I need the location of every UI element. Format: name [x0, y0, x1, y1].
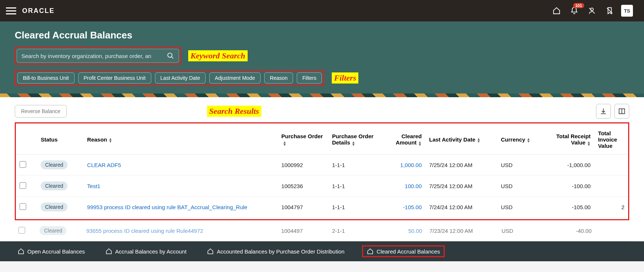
reason-link[interactable]: 99953 process ID cleared using rule BAT_…	[87, 204, 247, 210]
po-cell: 1005236	[278, 176, 328, 197]
home-icon	[18, 248, 24, 255]
table-row: Cleared 99953 process ID cleared using r…	[16, 197, 628, 218]
col-status: Status	[37, 125, 83, 154]
status-badge: Cleared	[41, 203, 68, 211]
home-icon	[367, 248, 373, 255]
row-checkbox[interactable]	[20, 203, 26, 210]
pod-cell: 1-1-1	[328, 154, 379, 176]
bottom-nav: Open Accrual Balances Accrual Balances b…	[0, 241, 644, 261]
avatar[interactable]: TS	[621, 5, 633, 17]
filter-chip-profit-center[interactable]: Profit Center Business Unit	[78, 72, 151, 84]
invoice-cell	[594, 154, 628, 176]
filter-chip-last-activity[interactable]: Last Activity Date	[155, 72, 206, 84]
receipt-cell: -105.00	[544, 197, 594, 218]
status-badge: Cleared	[41, 181, 68, 190]
filter-chip-adjustment-mode[interactable]: Adjustment Mode	[209, 72, 261, 84]
po-cell: 1004497	[278, 220, 328, 241]
col-receipt[interactable]: Total Receipt Value	[544, 125, 594, 154]
download-button[interactable]	[596, 104, 611, 119]
sort-icon[interactable]	[109, 137, 112, 143]
reason-link[interactable]: 93655 process ID cleared using rule Rule…	[86, 228, 203, 234]
nav-label: Accounted Balances by Purchase Order Dis…	[217, 248, 344, 255]
table-row: Cleared 93655 process ID cleared using r…	[15, 220, 629, 241]
po-cell: 1004797	[278, 197, 328, 218]
results-table: Status Reason Purchase Order Purchase Or…	[16, 125, 628, 218]
page-title: Cleared Accrual Balances	[15, 30, 629, 41]
content-area: Reverse Balance Search Results Status Re…	[0, 97, 644, 241]
col-last[interactable]: Last Activity Date	[426, 125, 497, 154]
nav-open-accrual[interactable]: Open Accrual Balances	[15, 246, 88, 257]
col-invoice: Total Invoice Value	[594, 125, 628, 154]
currency-cell: USD	[497, 176, 544, 197]
annotation-filters: Filters	[332, 72, 358, 84]
last-activity-cell: 7/23/24 12:00 AM	[426, 220, 498, 241]
bookmark-off-icon[interactable]	[603, 4, 616, 17]
global-header: ORACLE 101 TS	[0, 0, 644, 21]
page-hero: Cleared Accrual Balances Keyword Search …	[0, 21, 644, 94]
filter-chip-filters[interactable]: Filters	[297, 72, 322, 84]
row-checkbox[interactable]	[20, 161, 26, 168]
menu-icon[interactable]	[6, 6, 16, 16]
columns-button[interactable]	[614, 104, 629, 119]
search-box[interactable]	[17, 49, 179, 63]
annotation-search-results: Search Results	[207, 106, 261, 117]
user-off-icon[interactable]	[586, 4, 598, 17]
cleared-link[interactable]: -105.00	[403, 204, 422, 210]
col-cleared[interactable]: Cleared Amount	[379, 125, 426, 154]
cleared-link[interactable]: 1,000.00	[400, 162, 421, 168]
reason-link[interactable]: CLEAR ADF5	[87, 162, 121, 168]
receipt-cell: -1,000.00	[544, 154, 594, 176]
decorative-stripe	[0, 94, 644, 97]
home-icon[interactable]	[550, 4, 563, 17]
search-icon[interactable]	[167, 52, 174, 59]
cleared-link[interactable]: 100.00	[405, 183, 422, 189]
nav-label: Cleared Accrual Balances	[376, 248, 440, 255]
reverse-balance-button[interactable]: Reverse Balance	[15, 105, 67, 118]
last-activity-cell: 7/25/24 12:00 AM	[426, 154, 497, 176]
search-input[interactable]	[21, 53, 167, 59]
receipt-cell: -40.00	[544, 220, 595, 241]
filter-chip-bill-to[interactable]: Bill-to Business Unit	[17, 72, 75, 84]
sort-icon[interactable]	[418, 141, 422, 146]
nav-accounted-by-po[interactable]: Accounted Balances by Purchase Order Dis…	[204, 246, 347, 257]
row-checkbox[interactable]	[18, 227, 25, 234]
table-row: Cleared CLEAR ADF5 1000992 1-1-1 1,000.0…	[16, 154, 628, 176]
annotation-results-box: Status Reason Purchase Order Purchase Or…	[15, 122, 629, 220]
sort-icon[interactable]	[352, 141, 355, 146]
pod-cell: 2-1-1	[328, 220, 379, 241]
last-activity-cell: 7/24/24 12:00 AM	[426, 197, 497, 218]
brand-logo: ORACLE	[22, 7, 55, 15]
row-checkbox[interactable]	[20, 182, 26, 189]
col-pod[interactable]: Purchase Order Details	[328, 125, 379, 154]
reason-link[interactable]: Test1	[87, 183, 100, 189]
table-row: Cleared Test1 1005236 1-1-1 100.00 7/25/…	[16, 176, 628, 197]
bell-icon[interactable]: 101	[568, 4, 581, 17]
col-reason[interactable]: Reason	[83, 125, 278, 154]
nav-cleared-accrual[interactable]: Cleared Accrual Balances	[362, 245, 445, 257]
annotation-keyword-search: Keyword Search	[188, 50, 248, 61]
home-icon	[106, 248, 112, 255]
sort-icon[interactable]	[477, 137, 481, 143]
home-icon	[207, 248, 214, 255]
po-cell: 1000992	[278, 154, 328, 176]
svg-line-4	[172, 57, 173, 59]
col-currency[interactable]: Currency	[497, 125, 544, 154]
nav-accrual-by-account[interactable]: Accrual Balances by Account	[103, 246, 189, 257]
pod-cell: 1-1-1	[328, 197, 379, 218]
status-badge: Cleared	[39, 226, 66, 235]
filter-chip-reason[interactable]: Reason	[264, 72, 293, 84]
annotation-filters-box: Bill-to Business Unit Profit Center Busi…	[15, 70, 324, 86]
sort-icon[interactable]	[527, 137, 530, 143]
currency-cell: USD	[497, 197, 544, 218]
last-activity-cell: 7/25/24 12:00 AM	[426, 176, 497, 197]
sort-icon[interactable]	[587, 141, 590, 146]
receipt-cell: -100.00	[544, 176, 594, 197]
cleared-link[interactable]: 50.00	[408, 228, 422, 234]
sort-icon[interactable]	[283, 141, 286, 146]
currency-cell: USD	[497, 154, 544, 176]
svg-line-1	[589, 8, 595, 14]
invoice-cell	[594, 176, 628, 197]
annotation-search-box	[15, 47, 181, 65]
notification-badge: 101	[573, 3, 584, 8]
col-po[interactable]: Purchase Order	[278, 125, 328, 154]
